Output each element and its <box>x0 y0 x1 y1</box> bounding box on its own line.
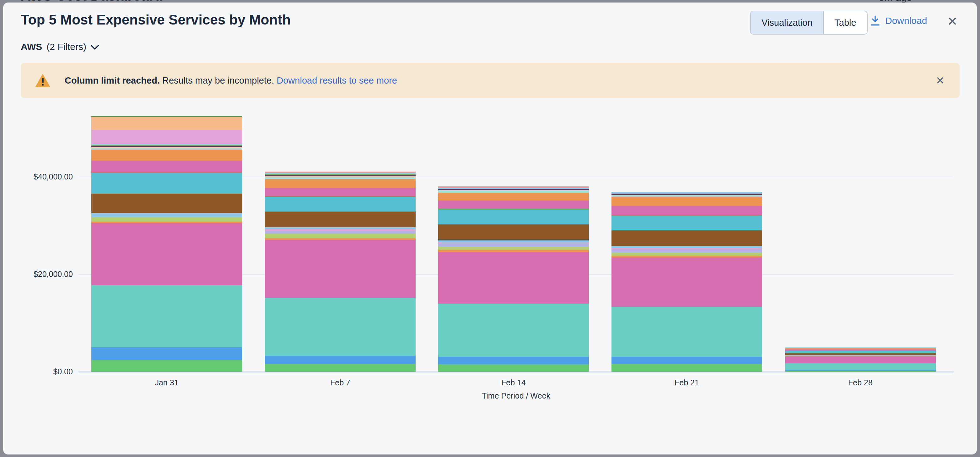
x-axis-tick-label: Feb 21 <box>640 378 734 387</box>
bar-segment-green[interactable] <box>438 364 589 372</box>
download-icon <box>870 15 880 26</box>
bar-segment-blue[interactable] <box>438 357 589 364</box>
bar-segment-brown[interactable] <box>265 211 415 227</box>
bar-segment-turquoise[interactable] <box>785 363 936 370</box>
bar-segment-turquoise[interactable] <box>611 307 762 357</box>
bar-segment-blue[interactable] <box>91 347 242 360</box>
bar-feb-7[interactable] <box>265 172 415 372</box>
bar-feb-14[interactable] <box>438 186 589 372</box>
bar-segment-turquoise[interactable] <box>91 285 242 347</box>
warning-banner-detail-text: Results may be incomplete. <box>162 75 274 85</box>
bar-segment-peach[interactable] <box>91 117 242 130</box>
bar-segment-sky_blue[interactable] <box>265 227 415 229</box>
bar-segment-cyan[interactable] <box>785 351 936 353</box>
download-button[interactable]: Download <box>870 15 927 26</box>
bar-segment-green[interactable] <box>611 364 762 372</box>
bar-segment-brown[interactable] <box>438 224 589 239</box>
bar-segment-periwinkle[interactable] <box>438 243 589 247</box>
x-axis-tick-label: Feb 28 <box>813 378 907 387</box>
x-axis-tick-label: Jan 31 <box>119 378 214 387</box>
filter-count-label: (2 Filters) <box>46 42 86 52</box>
y-axis-tick-label: $20,000.00 <box>3 270 73 279</box>
stacked-bar-chart: $0.00$20,000.00$40,000.00Jan 31Feb 7Feb … <box>3 106 977 420</box>
bar-segment-magenta[interactable] <box>611 257 762 307</box>
x-axis-title: Time Period / Week <box>422 391 610 400</box>
chart-modal: Top 5 Most Expensive Services by Month A… <box>3 3 977 454</box>
bar-segment-cyan[interactable] <box>611 216 762 230</box>
warning-banner-bold-text: Column limit reached. <box>65 75 160 85</box>
bar-segment-periwinkle[interactable] <box>611 249 762 253</box>
bar-segment-orange[interactable] <box>265 179 415 188</box>
bar-segment-magenta[interactable] <box>785 356 936 363</box>
bar-segment-magenta[interactable] <box>611 206 762 215</box>
bar-segment-yellow_green[interactable] <box>265 234 415 238</box>
bar-segment-green[interactable] <box>785 371 936 372</box>
y-axis-tick-label: $40,000.00 <box>3 172 73 181</box>
bar-segment-orange[interactable] <box>91 150 242 161</box>
bar-segment-turquoise[interactable] <box>265 298 415 356</box>
bar-segment-yellow_green[interactable] <box>91 217 242 222</box>
x-axis-tick-label: Feb 14 <box>466 378 561 387</box>
bar-feb-21[interactable] <box>611 192 762 372</box>
bar-segment-magenta[interactable] <box>438 201 589 209</box>
screen: AWS Cost Dashboard 0m ago Top 5 Most Exp… <box>0 0 980 457</box>
bar-segment-brown[interactable] <box>611 230 762 246</box>
warning-triangle-icon <box>35 73 51 88</box>
bar-segment-orange[interactable] <box>611 197 762 206</box>
bar-segment-magenta[interactable] <box>438 252 589 304</box>
tab-table[interactable]: Table <box>823 11 867 34</box>
bar-segment-brown[interactable] <box>91 193 242 213</box>
bar-segment-sky_blue[interactable] <box>91 213 242 217</box>
x-axis-tick-label: Feb 7 <box>293 378 387 387</box>
warning-banner: Column limit reached. Results may be inc… <box>21 63 959 98</box>
bar-segment-yellow_green[interactable] <box>438 247 589 250</box>
bar-segment-pale_cyan[interactable] <box>438 190 589 193</box>
bar-segment-green[interactable] <box>265 364 415 372</box>
bar-segment-blue[interactable] <box>611 357 762 364</box>
bar-segment-magenta[interactable] <box>91 161 242 172</box>
bar-segment-magenta[interactable] <box>265 240 415 298</box>
warning-banner-text: Column limit reached. Results may be inc… <box>65 75 397 86</box>
bar-segment-cyan[interactable] <box>265 197 415 211</box>
bar-segment-magenta[interactable] <box>265 188 415 196</box>
bar-segment-orchid[interactable] <box>91 130 242 144</box>
bar-segment-orange[interactable] <box>438 250 589 252</box>
view-toggle: Visualization Table <box>750 11 868 35</box>
y-axis-tick-label: $0.00 <box>3 367 73 376</box>
bar-segment-green[interactable] <box>91 360 242 372</box>
bar-feb-28[interactable] <box>785 347 936 372</box>
download-label: Download <box>885 15 927 26</box>
download-results-link[interactable]: Download results to see more <box>277 75 397 85</box>
chevron-down-icon <box>91 45 99 50</box>
bar-segment-cyan[interactable] <box>91 173 242 193</box>
tab-visualization[interactable]: Visualization <box>751 11 823 34</box>
bar-segment-turquoise[interactable] <box>438 304 589 357</box>
bar-segment-blue[interactable] <box>265 356 415 364</box>
filter-dropdown[interactable]: AWS (2 Filters) <box>21 42 99 52</box>
bar-segment-magenta[interactable] <box>91 223 242 285</box>
bar-segment-cyan[interactable] <box>438 209 589 224</box>
bar-jan-31[interactable] <box>91 116 242 372</box>
warning-banner-close-button[interactable]: ✕ <box>933 74 947 87</box>
filter-provider-label: AWS <box>21 42 42 52</box>
bar-segment-orange[interactable] <box>438 193 589 201</box>
bar-segment-sky_blue[interactable] <box>611 246 762 248</box>
bar-segment-yellow_green[interactable] <box>611 253 762 256</box>
bar-segment-periwinkle[interactable] <box>265 230 415 234</box>
modal-close-button[interactable]: ✕ <box>945 14 960 29</box>
page-title: Top 5 Most Expensive Services by Month <box>21 12 291 28</box>
